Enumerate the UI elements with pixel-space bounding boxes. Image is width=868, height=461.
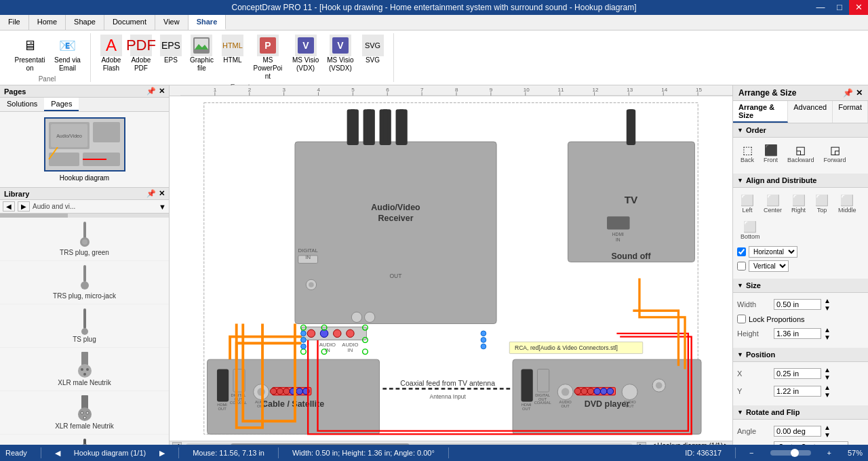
align-left-button[interactable]: ⬜ Left: [737, 192, 757, 216]
align-vertical-checkbox[interactable]: [737, 262, 746, 270]
tab-document[interactable]: Document: [104, 15, 155, 30]
height-input[interactable]: [774, 328, 821, 339]
trs-green-icon: [71, 222, 98, 249]
maximize-button[interactable]: □: [830, 0, 849, 15]
tab-format[interactable]: Format: [833, 101, 868, 123]
y-spinner[interactable]: ▲▼: [824, 384, 831, 399]
status-page-nav-r[interactable]: ▶: [159, 449, 165, 458]
svg-text:OUT: OUT: [561, 404, 570, 408]
tab-home[interactable]: Home: [29, 15, 66, 30]
order-section-content: ⬚ Back ⬛ Front ◱ Backward ◲ Forward: [733, 138, 868, 174]
svg-point-176: [481, 338, 486, 343]
presentation-button[interactable]: 🖥 Presentation: [9, 33, 50, 74]
align-horizontal-select[interactable]: Horizontal: [749, 246, 797, 258]
arrange-pin-icon[interactable]: 📌: [843, 88, 853, 98]
tab-solutions[interactable]: Solutions: [0, 98, 44, 111]
svg-text:Antenna Input: Antenna Input: [429, 393, 466, 400]
width-label: Width: [737, 300, 771, 308]
size-section-header[interactable]: ▼ Size: [733, 279, 868, 293]
tab-arrange-size[interactable]: Arrange & Size: [733, 101, 788, 123]
library-pin-icon[interactable]: 📌: [146, 189, 156, 198]
order-section-header[interactable]: ▼ Order: [733, 123, 868, 138]
graphic-file-button[interactable]: Graphicfile: [186, 33, 218, 74]
exports-group-items: A AdobeFlash PDF AdobePDF EPS EPS Graphi…: [96, 33, 388, 82]
svg-point-146: [574, 388, 581, 395]
svg-button[interactable]: SVG SVG: [358, 33, 388, 66]
pages-close-icon[interactable]: ✕: [159, 87, 165, 96]
canvas-area[interactable]: 1 2 3 4 5 6 7 8 9 10 11 12 13 14 15: [170, 85, 732, 450]
forward-button[interactable]: ◲ Forward: [821, 142, 850, 165]
status-divider-1: [41, 447, 41, 458]
tab-share[interactable]: Share: [189, 15, 226, 30]
tab-file[interactable]: File: [0, 15, 29, 30]
align-vertical-select[interactable]: Vertical: [749, 260, 789, 272]
back-button[interactable]: ⬚ Back: [737, 142, 757, 165]
send-email-button[interactable]: 📧 Send viaEmail: [50, 33, 85, 74]
backward-button[interactable]: ◱ Backward: [784, 142, 818, 165]
width-spinner-up[interactable]: ▲▼: [824, 297, 831, 312]
lib-item-ts-plug[interactable]: TS plug: [0, 304, 169, 348]
tab-view[interactable]: View: [155, 15, 189, 30]
diagram-canvas[interactable]: Audio/Video Receiver DIGITAL IN AUDIO: [170, 96, 732, 441]
zoom-slider[interactable]: [770, 450, 811, 456]
rotate-section-header[interactable]: ▼ Rotate and Flip: [733, 405, 868, 420]
library-close-icon[interactable]: ✕: [159, 189, 165, 198]
svg-rect-23: [83, 308, 86, 329]
align-center-button[interactable]: ⬜ Center: [760, 192, 785, 216]
position-section-content: X ▲▼ Y ▲▼: [733, 362, 868, 405]
eps-button[interactable]: EPS EPS: [156, 33, 186, 66]
xlr-male-label: XLR male Neutrik: [58, 379, 111, 386]
zoom-out-button[interactable]: −: [749, 449, 753, 457]
align-top-button[interactable]: ⬜ Top: [812, 192, 832, 216]
align-buttons-row: ⬜ Left ⬜ Center ⬜ Right ⬜ Top ⬜ Middle: [737, 192, 864, 242]
lock-proportions-checkbox[interactable]: [737, 315, 746, 323]
lib-forward-button[interactable]: ▶: [18, 201, 30, 212]
back-icon: ⬚: [743, 144, 753, 157]
svg-point-147: [581, 388, 588, 395]
tab-advanced[interactable]: Advanced: [788, 101, 833, 123]
page-item[interactable]: Audio/Video Hookup diagram: [5, 117, 163, 182]
adobe-flash-button[interactable]: A AdobeFlash: [96, 33, 126, 74]
svg-text:12: 12: [592, 87, 599, 93]
x-input[interactable]: [774, 368, 821, 379]
svg-point-20: [82, 239, 87, 245]
ribbon: File Home Shape Document View Share 🖥 Pr…: [0, 15, 868, 85]
position-section-header[interactable]: ▼ Position: [733, 348, 868, 362]
ribbon-group-exports: A AdobeFlash PDF AdobePDF EPS EPS Graphi…: [91, 33, 394, 82]
lib-item-xlr-female[interactable]: XLR female Neutrik: [0, 391, 169, 435]
front-button[interactable]: ⬛ Front: [760, 142, 781, 165]
align-right-button[interactable]: ⬜ Right: [788, 192, 809, 216]
align-middle-button[interactable]: ⬜ Middle: [835, 192, 860, 216]
align-horizontal-checkbox[interactable]: [737, 247, 746, 256]
y-input[interactable]: [774, 386, 821, 397]
arrange-close-icon[interactable]: ✕: [856, 88, 863, 98]
lib-item-trs-green[interactable]: TRS plug, green: [0, 218, 169, 261]
ms-visio-vdx-button[interactable]: V MS Visio(VDX): [288, 33, 323, 74]
pages-pin-icon[interactable]: 📌: [146, 87, 156, 96]
adobe-pdf-button[interactable]: PDF AdobePDF: [126, 33, 156, 74]
ms-visio-vsdx-button[interactable]: V MS Visio(VSDX): [323, 33, 357, 74]
align-section-header[interactable]: ▼ Align and Distribute: [733, 174, 868, 188]
close-button[interactable]: ✕: [849, 0, 868, 15]
minimize-button[interactable]: —: [811, 0, 830, 15]
tab-shape[interactable]: Shape: [66, 15, 104, 30]
align-bottom-button[interactable]: ⬜ Bottom: [737, 218, 764, 242]
svg-point-151: [607, 388, 614, 395]
tab-pages[interactable]: Pages: [44, 98, 79, 111]
zoom-in-button[interactable]: +: [827, 449, 831, 457]
height-spinner[interactable]: ▲▼: [824, 326, 831, 341]
width-input[interactable]: [774, 299, 821, 310]
x-spinner[interactable]: ▲▼: [824, 366, 831, 381]
svg-point-27: [81, 368, 83, 371]
ms-powerpoint-button[interactable]: P MSPowerPoint: [248, 33, 288, 82]
status-page-nav[interactable]: ◀: [55, 449, 60, 458]
lib-item-xlr-male[interactable]: XLR male Neutrik: [0, 348, 169, 391]
library-dropdown-icon[interactable]: ▼: [159, 203, 166, 211]
svg-text:7: 7: [420, 87, 424, 93]
angle-spinner[interactable]: ▲▼: [824, 424, 831, 439]
statusbar: Ready ◀ Hookup diagram (1/1) ▶ Mouse: 11…: [0, 445, 868, 461]
angle-input[interactable]: [774, 426, 821, 437]
lib-item-trs-micro[interactable]: TRS plug, micro-jack: [0, 261, 169, 304]
html-button[interactable]: HTML HTML: [218, 33, 248, 66]
lib-back-button[interactable]: ◀: [3, 201, 15, 212]
